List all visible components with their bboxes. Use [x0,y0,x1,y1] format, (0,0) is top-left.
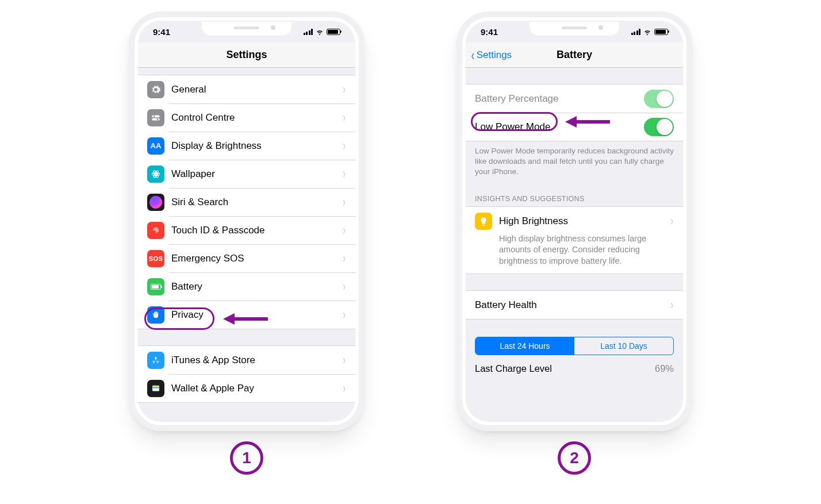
battery-percentage-label: Battery Percentage [475,93,644,105]
chevron-right-icon: › [343,82,345,97]
settings-row-wallpaper[interactable]: Wallpaper › [138,160,355,188]
back-button[interactable]: ‹ Settings [470,43,512,67]
settings-row-display[interactable]: AA Display & Brightness › [138,132,355,160]
settings-row-siri[interactable]: Siri & Search › [138,188,355,216]
segment-last-24h[interactable]: Last 24 Hours [475,337,574,355]
siri-icon [147,194,164,211]
insights-group: INSIGHTS AND SUGGESTIONS High Brightness… [466,195,683,275]
battery-toggles-group: Battery Percentage Low Power Mode Low Po… [466,84,683,180]
chevron-right-icon: › [343,223,345,238]
phone-frame-1: 9:41 Settings [129,11,365,431]
settings-row-label: General [171,84,342,95]
status-bar: 9:41 [466,21,683,43]
settings-row-label: Privacy [171,309,342,321]
wifi-icon [643,28,652,35]
settings-row-label: Display & Brightness [171,140,342,152]
lightbulb-icon [475,213,492,230]
status-icons [631,28,669,35]
privacy-icon [147,306,164,324]
segment-last-10d[interactable]: Last 10 Days [574,337,673,355]
step-badge-1: 1 [230,441,263,475]
chevron-right-icon: › [343,167,345,182]
svg-rect-1 [152,118,160,120]
settings-row-label: Touch ID & Passcode [171,225,342,236]
settings-row-sos[interactable]: SOS Emergency SOS › [138,244,355,272]
step-2-container: 9:41 ‹ Settings Battery [456,11,692,475]
page-title: Settings [226,49,267,61]
low-power-mode-footnote: Low Power Mode temporarily reduces backg… [466,141,683,180]
wifi-icon [315,28,324,35]
gear-icon [147,81,164,98]
cellular-icon [304,28,313,35]
sos-icon: SOS [147,250,164,267]
status-bar: 9:41 [138,21,355,43]
insight-high-brightness[interactable]: High Brightness › High display brightnes… [466,207,683,274]
segment-label: Last 24 Hours [500,341,550,351]
battery-icon [147,278,164,295]
chevron-right-icon: › [343,251,345,266]
back-label: Settings [477,49,512,61]
settings-group-1: General › Control Centre › A [138,75,355,329]
battery-health-group: Battery Health › [466,290,683,320]
battery-health-row[interactable]: Battery Health › [466,291,683,319]
settings-group-2: iTunes & App Store › Wallet & Apple Pay … [138,345,355,403]
settings-row-control-centre[interactable]: Control Centre › [138,103,355,132]
svg-point-2 [154,116,155,117]
display-icon: AA [147,137,164,155]
settings-row-privacy[interactable]: Privacy › [138,301,355,329]
battery-percentage-toggle[interactable] [644,90,674,108]
insight-title: High Brightness [499,216,670,227]
status-time: 9:41 [153,27,170,37]
status-time: 9:41 [481,27,498,37]
svg-rect-10 [152,387,159,388]
settings-row-label: iTunes & App Store [171,355,342,366]
low-power-mode-row[interactable]: Low Power Mode [466,113,683,141]
last-charge-label: Last Charge Level [475,363,552,374]
phone-frame-2: 9:41 ‹ Settings Battery [456,11,692,431]
settings-row-touchid[interactable]: Touch ID & Passcode › [138,216,355,244]
battery-health-label: Battery Health [475,299,670,311]
cellular-icon [631,28,641,35]
chevron-right-icon: › [343,381,345,396]
chevron-right-icon: › [343,195,345,210]
battery-percentage-row[interactable]: Battery Percentage [466,84,683,113]
usage-segmented: Last 24 Hours Last 10 Days [466,337,683,361]
last-charge-value: 69% [655,363,674,374]
wallet-icon [147,380,164,397]
appstore-icon [147,352,164,369]
low-power-mode-label: Low Power Mode [475,121,644,133]
insight-body: High display brightness consumes large a… [475,230,674,274]
chevron-right-icon: › [343,307,345,322]
step-number: 2 [570,449,579,467]
settings-row-wallet[interactable]: Wallet & Apple Pay › [138,374,355,402]
settings-row-label: Battery [171,281,342,293]
battery-icon [654,29,668,35]
chevron-right-icon: › [670,214,673,229]
low-power-mode-toggle[interactable] [644,118,674,136]
settings-row-general[interactable]: General › [138,75,355,103]
chevron-right-icon: › [343,279,345,294]
settings-row-label: Wallpaper [171,168,342,180]
fingerprint-icon [147,222,164,239]
screen-1: 9:41 Settings [138,21,355,422]
last-charge-row: Last Charge Level 69% [466,361,683,374]
svg-point-4 [155,173,156,175]
battery-icon [327,29,340,35]
nav-bar: ‹ Settings Battery [466,43,683,68]
chevron-right-icon: › [343,353,345,368]
settings-row-label: Control Centre [171,112,342,124]
step-1-container: 9:41 Settings [129,11,365,475]
settings-row-itunes[interactable]: iTunes & App Store › [138,346,355,374]
screen-2: 9:41 ‹ Settings Battery [466,21,683,422]
chevron-right-icon: › [343,138,345,153]
wallpaper-icon [147,166,164,183]
segment-label: Last 10 Days [600,341,647,351]
control-centre-icon [147,109,164,126]
svg-rect-0 [152,115,160,117]
svg-point-3 [157,118,159,120]
chevron-left-icon: ‹ [471,48,474,63]
nav-bar: Settings [138,43,355,68]
settings-row-battery[interactable]: Battery › [138,272,355,301]
settings-row-label: Emergency SOS [171,253,342,264]
page-title: Battery [557,49,592,61]
